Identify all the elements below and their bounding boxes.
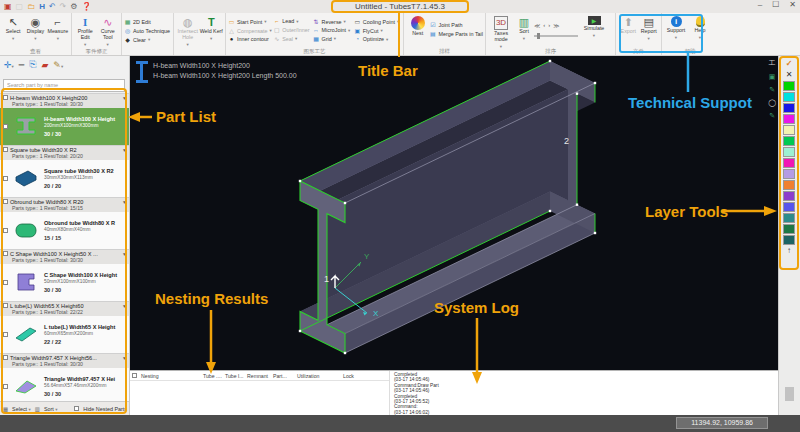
new-file-icon[interactable]: ▢ [16,3,24,11]
part-item-selected[interactable]: H-beam Width100 X Height 200mmX100mmX300… [0,108,129,145]
flycut-button[interactable]: ▣ FlyCut▾ [354,27,401,34]
seal-button[interactable]: ∿ Seal▾ [273,35,312,42]
step-first-icon[interactable]: ≪ [534,22,540,29]
remove-part-icon[interactable]: ━ [19,60,24,70]
intersect-hole-button[interactable]: ◍ Intersect Hole▾ [176,15,200,47]
settings-gear-icon[interactable]: ⚙ [70,3,77,11]
joint-path-button[interactable]: ☑ Joint Path [429,21,483,28]
step-forward-icon[interactable]: › [548,22,550,29]
group-checkbox[interactable] [3,95,8,100]
lead-button[interactable]: ⌐ Lead▾ [273,18,312,24]
microjoint-button[interactable]: ↔ MicroJoint▾ [313,27,354,33]
report-button[interactable]: ▤ Report▾ [639,15,660,41]
export-button[interactable]: ⬆ Export [618,15,639,35]
item-checkbox[interactable] [3,124,8,129]
import-part-icon[interactable]: ⎘ [29,59,36,70]
support-button[interactable]: i Support▾ [664,15,688,40]
about-icon[interactable]: ❓ [81,3,91,11]
layer-check-icon[interactable]: ✓ [783,59,795,69]
table-checkbox[interactable] [132,373,137,378]
nest-button[interactable]: Nest [406,15,429,37]
group-checkbox[interactable] [3,355,8,360]
part-item[interactable]: Triangle Width97.457 X Hei 56.64mmX57.46… [0,368,129,405]
step-back-icon[interactable]: ‹ [543,22,545,29]
close-button[interactable]: ✕ [789,0,796,9]
part-group-header[interactable]: Triangle Width97.457 X Height56... ▼ Par… [0,353,129,368]
open-folder-icon[interactable]: 🗀 [27,3,35,11]
sort-menu-button[interactable]: Sort ▾ [44,406,58,412]
group-checkbox[interactable] [3,251,8,256]
item-checkbox[interactable] [3,280,8,285]
search-input[interactable] [3,79,125,92]
item-checkbox[interactable] [3,176,8,181]
image-tool-icon[interactable]: ▣ [768,73,776,81]
chevron-down-icon[interactable]: ▼ [122,303,127,309]
layer-color[interactable] [783,235,795,245]
chevron-down-icon[interactable]: ▼ [122,95,127,101]
hide-nested-checkbox[interactable] [74,406,79,411]
compensate-button[interactable]: △ Compensate▾ [228,27,273,34]
part-group-header[interactable]: H-beam Width100 X Height200 ▼ Parts type… [0,93,129,108]
merge-parts-button[interactable]: ▤ Merge Parts in Tail [429,30,483,37]
layer-color[interactable] [783,180,795,190]
part-item[interactable]: Square tube Width30 X R2 30mmX30mmX113mm… [0,160,129,197]
layer-color[interactable] [783,114,795,124]
save-icon[interactable]: H [39,3,45,11]
start-point-button[interactable]: ▭ Start Point▾ [228,18,273,25]
layer-up-arrow-icon[interactable]: ↑ [783,246,795,256]
redo-icon[interactable]: ↷ [60,3,67,11]
part-item[interactable]: C Shape Width100 X Height 50mmX100mmX100… [0,264,129,301]
group-checkbox[interactable] [3,147,8,152]
item-checkbox[interactable] [3,228,8,233]
system-log-panel[interactable]: Completed (03-17 14:05:46) Command:Draw … [392,372,742,415]
profile-edit-button[interactable]: I Profile Edit▾ [74,15,97,47]
add-part-icon[interactable]: ✛▾ [4,60,14,70]
chevron-down-icon[interactable]: ▼ [122,355,127,361]
measure-tool-icon[interactable]: 工 [768,58,776,68]
cooling-point-button[interactable]: ▭ Cooling Point▾ [354,18,401,25]
layer-color[interactable] [783,158,795,168]
reverse-button[interactable]: ⇅ Reverse▾ [313,18,354,25]
layer-color[interactable] [783,92,795,102]
part-item[interactable]: Obround tube Width80 X R 40mmX80mmX40mm … [0,212,129,249]
select-menu-button[interactable]: Select ▾ [12,406,31,412]
help-button[interactable]: Help▾ [688,15,712,40]
curve-tool-button[interactable]: ∿ Curve Tool▾ [97,15,120,47]
layer-color[interactable] [783,202,795,212]
layer-color[interactable] [783,191,795,201]
part-group-header[interactable]: L tube(L) Width65 X Height60 ▼ Parts typ… [0,301,129,316]
brush-tool-icon[interactable]: ✎ [768,112,776,120]
undo-icon[interactable]: ↶ [49,3,56,11]
layer-color[interactable] [783,213,795,223]
part-group-header[interactable]: C Shape Width100 X Height50 X ... ▼ Part… [0,249,129,264]
simulation-slider[interactable] [534,35,578,37]
chevron-down-icon[interactable]: ▼ [122,147,127,153]
part-item[interactable]: L tube(L) Width65 X Height 60mmX65mmX200… [0,316,129,353]
eraser-icon[interactable]: ▰ [41,60,48,70]
layer-color[interactable] [783,169,795,179]
part-group-header[interactable]: Obround tube Width80 X R20 ▼ Parts type:… [0,197,129,212]
layer-color[interactable] [783,136,795,146]
nesting-results-table[interactable]: Nesting Tube .... Tube l... Remnant Part… [130,371,390,416]
layer-color[interactable] [783,81,795,91]
auto-technique-button[interactable]: ◎ Auto Technique [124,27,170,34]
group-checkbox[interactable] [3,303,8,308]
simulate-button[interactable]: ▶ Simulate▾ [582,15,606,38]
step-last-icon[interactable]: ≫ [553,22,559,29]
chevron-down-icon[interactable]: ▼ [122,251,127,257]
grid-button[interactable]: ▦ Grid▾ [313,35,354,42]
right-scrollbar-thumb[interactable] [785,387,794,401]
item-checkbox[interactable] [3,332,8,337]
pen-tool-icon[interactable]: ✎ [768,86,776,94]
layer-color[interactable] [783,125,795,135]
select-button[interactable]: ↖ Select▾ [2,15,24,41]
layer-color[interactable] [783,103,795,113]
item-checkbox[interactable] [3,384,8,389]
layer-color[interactable] [783,147,795,157]
maximize-button[interactable]: ☐ [772,0,779,9]
part-group-header[interactable]: Square tube Width30 X R2 ▼ Parts type:: … [0,145,129,160]
layer-color[interactable] [783,224,795,234]
inner-contour-button[interactable]: ● Inner contour [228,36,273,42]
display-button[interactable]: ◉ Display▾ [24,15,46,41]
edit-note-icon[interactable]: ✎▾ [53,60,63,70]
